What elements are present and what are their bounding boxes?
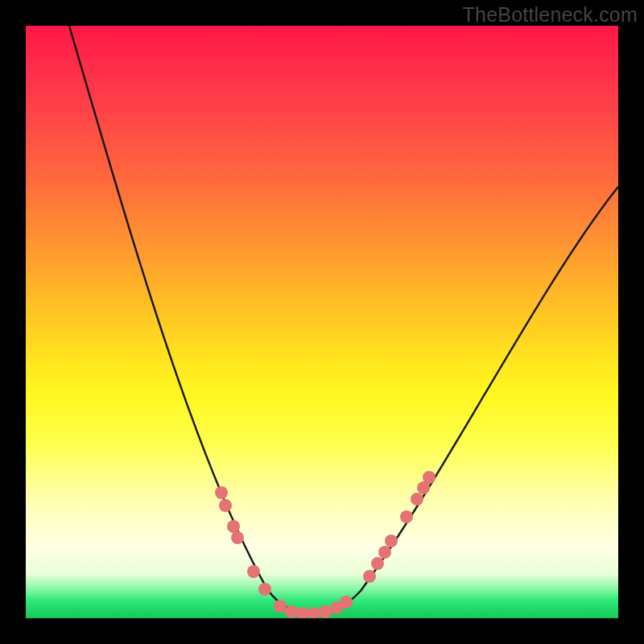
data-dot <box>285 605 298 618</box>
plot-area <box>26 26 618 618</box>
data-dot <box>247 565 260 578</box>
data-dot <box>231 531 244 544</box>
data-dot <box>308 607 320 618</box>
data-dot <box>385 535 398 547</box>
data-dot <box>258 583 271 596</box>
data-dot <box>340 596 353 609</box>
data-dot <box>296 607 309 618</box>
data-dot <box>274 600 287 613</box>
data-dot <box>400 510 413 523</box>
curve-line <box>69 26 618 613</box>
data-dot <box>219 499 232 512</box>
data-dots <box>215 471 436 618</box>
chart-frame: TheBottleneck.com <box>0 0 644 644</box>
data-dot <box>363 570 376 583</box>
data-dot <box>227 520 240 533</box>
bottleneck-curve <box>26 26 618 618</box>
data-dot <box>215 486 228 499</box>
data-dot <box>371 557 384 570</box>
data-dot <box>378 546 391 559</box>
data-dot <box>423 471 436 484</box>
watermark-text: TheBottleneck.com <box>463 3 638 27</box>
data-dot <box>319 605 332 618</box>
data-dot <box>411 493 423 506</box>
